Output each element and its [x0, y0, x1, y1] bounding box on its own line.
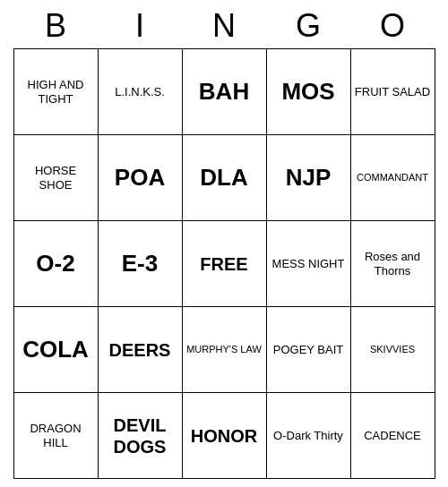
bingo-cell: POGEY BAIT — [267, 307, 351, 393]
bingo-cell: FREE — [183, 221, 267, 307]
cell-text: DLA — [200, 164, 247, 192]
cell-text: POGEY BAIT — [273, 343, 344, 357]
bingo-cell: HORSE SHOE — [14, 135, 99, 221]
bingo-cell: COMMANDANT — [351, 135, 435, 221]
cell-text: Roses and Thorns — [355, 250, 431, 278]
bingo-cell: HIGH AND TIGHT — [14, 49, 99, 135]
cell-text: L.I.N.K.S. — [115, 85, 165, 99]
header-letter: G — [266, 7, 350, 45]
bingo-cell: FRUIT SALAD — [351, 49, 435, 135]
cell-text: COMMANDANT — [357, 172, 428, 184]
cell-text: MURPHY'S LAW — [186, 344, 262, 355]
cell-text: COLA — [22, 336, 89, 363]
bingo-cell: E-3 — [99, 221, 183, 307]
header-letter: N — [182, 7, 266, 45]
cell-text: DRAGON HILL — [18, 422, 94, 449]
bingo-cell: DLA — [183, 135, 267, 221]
bingo-cell: MURPHY'S LAW — [183, 307, 267, 393]
bingo-cell: DRAGON HILL — [14, 393, 99, 479]
bingo-cell: MESS NIGHT — [267, 221, 351, 307]
cell-text: FREE — [200, 253, 247, 275]
cell-text: BAH — [199, 78, 249, 106]
bingo-cell: O-Dark Thirty — [267, 393, 351, 479]
cell-text: HIGH AND TIGHT — [18, 78, 94, 106]
cell-text: E-3 — [122, 250, 158, 278]
bingo-cell: CADENCE — [351, 393, 435, 479]
bingo-cell: DEVIL DOGS — [99, 393, 183, 479]
bingo-grid: HIGH AND TIGHTL.I.N.K.S.BAHMOSFRUIT SALA… — [13, 48, 435, 479]
header-letter: I — [98, 7, 182, 45]
bingo-cell: SKIVVIES — [351, 307, 435, 393]
bingo-cell: DEERS — [99, 307, 183, 393]
cell-text: DEVIL DOGS — [102, 414, 178, 457]
bingo-cell: O-2 — [14, 221, 99, 307]
bingo-cell: BAH — [183, 49, 267, 135]
header-letter: B — [13, 7, 98, 45]
bingo-cell: L.I.N.K.S. — [99, 49, 183, 135]
cell-text: O-Dark Thirty — [273, 429, 343, 443]
bingo-cell: NJP — [267, 135, 351, 221]
cell-text: NJP — [286, 164, 332, 192]
cell-text: HONOR — [191, 425, 257, 447]
cell-text: SKIVVIES — [370, 344, 415, 355]
cell-text: POA — [115, 164, 165, 192]
cell-text: DEERS — [109, 339, 171, 361]
cell-text: FRUIT SALAD — [355, 85, 430, 99]
bingo-cell: MOS — [267, 49, 351, 135]
cell-text: CADENCE — [364, 429, 421, 443]
bingo-cell: Roses and Thorns — [351, 221, 435, 307]
bingo-cell: COLA — [14, 307, 99, 393]
bingo-header: BINGO — [13, 0, 435, 48]
bingo-cell: POA — [99, 135, 183, 221]
cell-text: MESS NIGHT — [272, 257, 345, 271]
bingo-cell: HONOR — [183, 393, 267, 479]
header-letter: O — [350, 7, 435, 45]
cell-text: O-2 — [36, 250, 74, 278]
cell-text: HORSE SHOE — [18, 164, 94, 192]
cell-text: MOS — [281, 78, 334, 106]
